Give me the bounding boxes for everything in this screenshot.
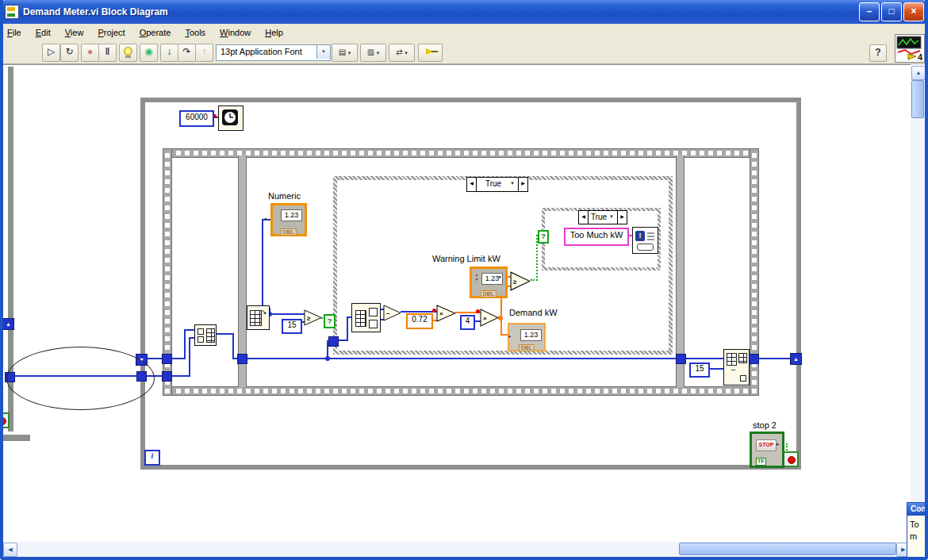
wait-ms-constant[interactable]: 60000 [179,110,214,127]
sequence-bottom-border[interactable] [163,386,759,396]
context-help-title[interactable]: Cont [907,503,928,516]
shift-register-right[interactable]: ▲ [790,353,802,365]
wait-until-next-ms-multiple-node[interactable] [218,105,244,131]
gain-constant[interactable]: 4 [460,315,475,330]
wire[interactable] [147,358,163,359]
case-selector-label[interactable]: True [589,211,609,224]
case-selector-terminal[interactable]: ? [324,314,336,328]
min-element-icon [369,320,378,328]
numeric-label: Numeric [268,191,301,201]
stop-boolean-control[interactable]: STOP TF [750,432,784,468]
context-help-window[interactable]: Cont To m [907,502,928,560]
offscreen-loop-conditional-terminal[interactable] [0,412,10,428]
output-terminal-arrow: ▸ [499,274,502,279]
element-icon [740,375,746,382]
wire[interactable] [189,337,190,377]
context-help-text-line: m [910,531,917,541]
wire[interactable] [184,329,194,331]
terminal-arrow: ▸ [265,216,268,221]
size-constant[interactable]: 15 [282,319,302,334]
case-selector-inner[interactable]: ◀ True ▼ ▶ [578,210,627,224]
loop-conditional-terminal[interactable] [783,451,799,467]
one-button-dialog-node[interactable]: ! [632,227,658,254]
increment-decrement-icon[interactable]: ▴▾ [474,272,480,282]
wire[interactable] [685,358,725,359]
dbl-type-label: DBL [519,344,535,351]
vertical-scrollbar[interactable]: ▲ ▼ [911,66,925,542]
factor-constant[interactable]: 0.72 [406,313,433,329]
array-grid-icon [727,353,737,366]
wire[interactable] [189,337,194,339]
scroll-up-button[interactable]: ▲ [911,66,926,80]
vertical-scroll-thumb[interactable] [911,80,924,118]
array-max-min-node[interactable] [351,303,381,332]
tunnel[interactable] [328,336,339,347]
wire[interactable] [184,329,186,359]
case-selector-label[interactable]: True [477,178,510,191]
next-case-arrow[interactable]: ▶ [518,178,527,191]
tunnel[interactable] [676,354,686,364]
sequence-top-border[interactable] [163,148,759,158]
demand-indicator[interactable]: 1.23 DBL [508,323,546,351]
stop-label: stop 2 [753,420,777,430]
stop-dot-icon [0,417,6,425]
metronome-watch-icon [219,106,241,128]
array-grid-icon [206,328,215,343]
multiply-node[interactable]: × [480,309,499,327]
block-diagram-stage: ▲ i 60000 ◀ True ▼ [0,0,928,560]
numeric-control[interactable]: 1.23 DBL [270,203,307,236]
scroll-left-button[interactable]: ◀ [3,543,17,557]
greater-or-equal-node[interactable]: ≥ [510,271,531,291]
sequence-frame-divider[interactable] [238,155,247,387]
stop-button-icon[interactable]: STOP [756,439,777,451]
string-constant[interactable]: Too Much kW [564,228,629,246]
case-selector-outer[interactable]: ◀ True ▼ ▶ [466,177,528,192]
array-grid-icon [355,310,366,327]
output-terminal-arrow: ▸ [777,441,780,447]
loop-iteration-terminal[interactable]: i [144,450,160,466]
tf-type-label: TF [756,458,766,466]
tunnel[interactable] [749,354,759,364]
wire[interactable] [232,358,677,359]
case-dropdown-arrow[interactable]: ▼ [609,211,617,224]
tunnel[interactable] [237,354,247,364]
wire[interactable] [171,375,190,377]
wire[interactable] [347,316,348,341]
wire[interactable] [401,311,437,313]
array-subset-node[interactable]: ↔ [723,349,750,385]
subset-range-icon: ↔ [730,365,737,373]
ellipse-annotation[interactable] [6,347,155,410]
wire[interactable] [215,333,234,335]
wire[interactable] [232,333,234,359]
shift-register-up-left-loop[interactable]: ▲ [2,318,14,330]
dialog-button-icon [637,244,654,251]
input-terminal-arrow: ▸ [508,333,512,339]
sequence-frame-divider[interactable] [676,155,684,387]
greater-or-equal-node[interactable]: ≥ [304,309,322,326]
wire[interactable] [268,313,305,315]
previous-case-arrow[interactable]: ◀ [467,178,477,191]
next-case-arrow[interactable]: ▶ [617,211,627,224]
horizontal-scroll-thumb[interactable] [679,543,896,555]
labview-window: Demand Meter.vi Block Diagram – □ × File… [0,0,928,560]
offscreen-loop-bottom-border[interactable] [0,435,30,441]
case-dropdown-arrow[interactable]: ▼ [510,178,518,191]
horizontal-scrollbar[interactable]: ◀ ▶ [3,542,911,557]
size-arrow-icon: ↘ [261,308,267,316]
subtract-node[interactable]: − [383,305,401,321]
warning-limit-label: Warning Limit kW [432,254,500,263]
demand-label: Demand kW [509,308,558,317]
previous-case-arrow[interactable]: ◀ [579,211,589,224]
case-selector-terminal[interactable]: ? [538,230,549,244]
subset-constant[interactable]: 15 [689,362,710,378]
tunnel[interactable] [162,371,172,382]
text-line-icon [647,236,654,237]
array-size-node[interactable]: ↘ [247,305,270,330]
multiply-node[interactable]: × [436,305,456,322]
wire-junction [325,356,330,361]
text-line-icon [647,239,654,240]
build-array-node[interactable] [194,324,217,346]
tunnel[interactable] [162,354,172,364]
warning-limit-control[interactable]: ▴▾ 1.23 DBL [470,267,508,298]
wire[interactable] [262,219,263,309]
